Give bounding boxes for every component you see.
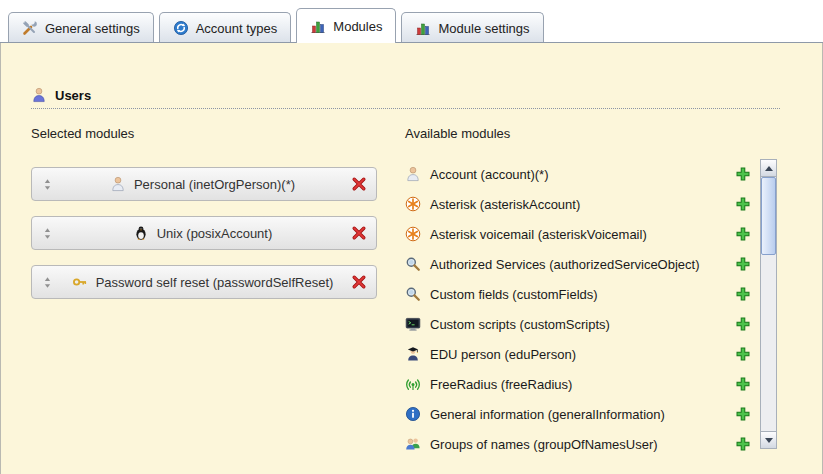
section-label: Users [55,88,91,103]
add-icon [735,406,751,422]
available-modules-column: Available modules Account (account)(*) A… [405,126,777,459]
module-icon [405,406,421,422]
available-module-row: Authorized Services (authorizedServiceOb… [405,249,760,279]
add-module-button[interactable] [735,196,751,212]
drag-handle-icon[interactable] [41,227,54,240]
remove-module-button[interactable] [351,274,367,290]
add-icon [735,376,751,392]
selected-modules-heading: Selected modules [31,126,377,141]
module-label: Account (account)(*) [430,167,735,182]
remove-module-button[interactable] [351,176,367,192]
selected-modules-column: Selected modules Personal (inetOrgPerson… [31,126,377,459]
available-modules-heading: Available modules [405,126,777,141]
scroll-up-button[interactable] [761,160,776,177]
add-icon [735,286,751,302]
selected-module-content: Unix (posixAccount) [54,225,351,241]
scrollbar-thumb[interactable] [761,177,776,255]
available-modules-area: Account (account)(*) Asterisk (asteriskA… [405,159,777,459]
add-module-button[interactable] [735,376,751,392]
module-label: Password self reset (passwordSelfReset) [96,275,334,290]
add-icon [735,256,751,272]
available-module-row: Custom fields (customFields) [405,279,760,309]
module-icon [405,196,421,212]
delete-icon [351,274,367,290]
sync-icon [173,20,189,36]
module-icon [405,376,421,392]
module-label: Groups of names (groupOfNamesUser) [430,437,735,452]
add-module-button[interactable] [735,316,751,332]
module-icon [110,176,126,192]
module-icon [405,226,421,242]
available-module-row: Account (account)(*) [405,159,760,189]
add-icon [735,196,751,212]
available-modules-list: Account (account)(*) Asterisk (asteriskA… [405,159,760,459]
modules-panel: Users Selected modules Personal (inetOrg… [0,43,823,474]
add-icon [735,346,751,362]
lam-configuration-page: General settings Account types Modules M… [0,0,823,474]
tab-label: Modules [333,19,382,34]
selected-modules-list: Personal (inetOrgPerson)(*) Unix (posixA… [31,167,377,299]
chart-icon [415,20,431,36]
tab-module-settings[interactable]: Module settings [401,12,543,42]
tab-bar: General settings Account types Modules M… [0,0,823,43]
module-columns: Selected modules Personal (inetOrgPerson… [31,126,822,459]
user-icon [31,87,47,103]
module-label: Custom scripts (customScripts) [430,317,735,332]
delete-icon [351,225,367,241]
selected-module-content: Personal (inetOrgPerson)(*) [54,176,351,192]
available-module-row: General information (generalInformation) [405,399,760,429]
tab-label: Module settings [438,21,529,36]
users-section-title: Users [31,87,780,109]
module-label: Custom fields (customFields) [430,287,735,302]
module-label: Asterisk voicemail (asteriskVoicemail) [430,227,735,242]
available-module-row: Custom scripts (customScripts) [405,309,760,339]
available-module-row: FreeRadius (freeRadius) [405,369,760,399]
add-module-button[interactable] [735,436,751,452]
scrollbar-track[interactable] [761,177,776,431]
tools-icon [22,20,38,36]
available-module-row: Groups of names (groupOfNamesUser) [405,429,760,459]
selected-module-row[interactable]: Unix (posixAccount) [31,216,377,250]
selected-module-row[interactable]: Personal (inetOrgPerson)(*) [31,167,377,201]
add-module-button[interactable] [735,256,751,272]
tab-general-settings[interactable]: General settings [8,12,154,42]
add-module-button[interactable] [735,166,751,182]
module-label: General information (generalInformation) [430,407,735,422]
add-module-button[interactable] [735,406,751,422]
module-icon [72,274,88,290]
add-module-button[interactable] [735,346,751,362]
selected-module-row[interactable]: Password self reset (passwordSelfReset) [31,265,377,299]
module-icon [405,286,421,302]
drag-handle-icon[interactable] [41,276,54,289]
chart-icon [310,18,326,34]
module-icon [405,256,421,272]
add-icon [735,436,751,452]
add-icon [735,226,751,242]
module-icon [405,346,421,362]
add-module-button[interactable] [735,286,751,302]
drag-handle-icon[interactable] [41,178,54,191]
module-label: Unix (posixAccount) [157,226,273,241]
module-icon [405,166,421,182]
add-icon [735,316,751,332]
available-modules-scrollbar[interactable] [760,159,777,449]
module-icon [133,225,149,241]
tab-label: General settings [45,21,140,36]
module-label: Asterisk (asteriskAccount) [430,197,735,212]
module-label: Personal (inetOrgPerson)(*) [134,177,295,192]
remove-module-button[interactable] [351,225,367,241]
triangle-down-icon [765,438,773,443]
module-icon [405,316,421,332]
scroll-down-button[interactable] [761,431,776,448]
tab-label: Account types [196,21,278,36]
module-label: FreeRadius (freeRadius) [430,377,735,392]
add-icon [735,166,751,182]
tab-modules[interactable]: Modules [296,8,396,43]
tab-account-types[interactable]: Account types [159,12,292,42]
module-label: Authorized Services (authorizedServiceOb… [430,257,735,272]
module-icon [405,436,421,452]
delete-icon [351,176,367,192]
selected-module-content: Password self reset (passwordSelfReset) [54,274,351,290]
add-module-button[interactable] [735,226,751,242]
available-module-row: Asterisk (asteriskAccount) [405,189,760,219]
